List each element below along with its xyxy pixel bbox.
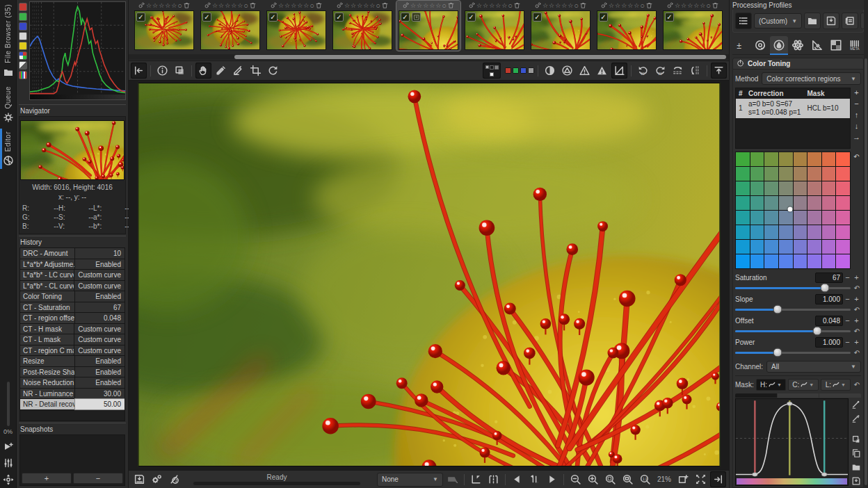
color-grid-cell[interactable] (836, 196, 850, 210)
history-row[interactable]: NR - Luminance30.00 (20, 389, 124, 400)
color-grid-cell[interactable] (794, 225, 807, 239)
thumbnail-image[interactable]: ✓ (399, 10, 458, 50)
profile-gear-icon[interactable] (138, 1, 145, 10)
navigation-sync-icon[interactable] (1, 473, 15, 487)
rating-star-icon[interactable]: ☆ (146, 2, 152, 10)
filmstrip-scrollbar-thumb[interactable] (234, 55, 726, 59)
edit-point-mode-icon[interactable] (851, 400, 861, 409)
slope-slider-knob[interactable] (773, 305, 782, 314)
color-correction-grid[interactable] (735, 152, 851, 269)
power-reset-icon[interactable]: ↶ (853, 349, 861, 357)
send-to-editor-button[interactable] (166, 471, 182, 487)
processing-profile-quick-select[interactable]: None▼ (377, 473, 443, 487)
filmstrip-thumbnail[interactable]: ☆☆☆☆☆○✓ (330, 1, 394, 51)
rotate-right-90-button[interactable]: 90° (652, 63, 668, 79)
filmstrip-thumbnail[interactable]: ☆☆☆☆☆○✓ (132, 1, 196, 51)
rating-star-icon[interactable]: ☆ (568, 2, 573, 10)
color-grid-cell[interactable] (736, 254, 750, 268)
curve-paste-icon[interactable] (851, 434, 861, 444)
rating-star-icon[interactable]: ☆ (165, 2, 170, 10)
sharpening-preview-button[interactable] (611, 63, 627, 79)
color-grid-cell[interactable] (794, 254, 807, 268)
chromaticity-toggle[interactable] (19, 42, 27, 50)
color-grid-cell[interactable] (779, 152, 793, 166)
rating-star-icon[interactable]: ☆ (212, 2, 218, 10)
shadow-clipping-button[interactable] (577, 63, 593, 79)
batch-adjust-icon[interactable] (1, 456, 15, 470)
channel-dropdown[interactable]: All▼ (766, 361, 861, 373)
color-grid-cell[interactable] (736, 240, 750, 254)
color-grid-cell[interactable] (807, 254, 821, 268)
saturation-slider[interactable] (735, 287, 851, 289)
rating-star-icon[interactable]: ☆ (609, 2, 614, 10)
color-grid-cell[interactable] (794, 196, 807, 210)
rating-star-icon[interactable]: ☆ (700, 2, 705, 10)
rating-star-icon[interactable]: ☆ (278, 2, 284, 10)
metadata-tab[interactable]: META (846, 36, 864, 54)
curve-copy-icon[interactable] (851, 448, 861, 458)
color-grid-cell[interactable] (764, 225, 778, 239)
thumbnail-image[interactable]: ✓ (663, 10, 723, 50)
rating-star-icon[interactable]: ☆ (693, 2, 699, 10)
method-dropdown[interactable]: Color correction regions▼ (762, 72, 861, 85)
profile-gear-icon[interactable] (534, 1, 542, 10)
transform-tab[interactable] (808, 36, 826, 54)
power-value[interactable]: 1.000 (815, 337, 843, 348)
color-grid-cell[interactable] (807, 225, 821, 239)
rating-star-icon[interactable]: ☆ (542, 2, 548, 10)
color-grid-cell[interactable] (764, 254, 778, 268)
color-grid-cell[interactable] (764, 240, 778, 254)
red-preview-chip[interactable] (505, 67, 511, 74)
move-region-up-button[interactable]: ↑ (852, 110, 861, 119)
thumbnail-image[interactable]: ✓ (134, 10, 194, 50)
profile-select-dropdown[interactable]: (Custom)▼ (754, 13, 802, 29)
hide-top-panel-button[interactable] (711, 63, 727, 79)
color-grid-cell[interactable] (807, 240, 821, 254)
rating-star-icon[interactable]: ☆ (297, 2, 303, 10)
previous-image-button[interactable] (509, 471, 525, 487)
thumbnail-image[interactable]: ✓ (200, 10, 260, 50)
profile-gear-icon[interactable] (336, 1, 344, 10)
thumbnail-image[interactable]: ✓ (531, 10, 590, 50)
history-row[interactable]: ResizeEnabled (20, 356, 124, 367)
green-preview-chip[interactable] (513, 67, 519, 74)
crop-tool-button[interactable] (248, 63, 264, 79)
color-grid-cell[interactable] (822, 254, 836, 268)
color-grid-cell[interactable] (750, 254, 764, 268)
rating-star-icon[interactable]: ☆ (634, 2, 639, 10)
saturation-value[interactable]: 67 (815, 273, 843, 283)
color-grid-cell[interactable] (794, 167, 807, 181)
color-tab[interactable] (770, 36, 788, 54)
trash-icon[interactable] (712, 1, 719, 10)
rating-star-icon[interactable]: ☆ (675, 2, 680, 10)
color-grid-cell[interactable] (794, 181, 807, 195)
color-grid-cell[interactable] (822, 211, 836, 225)
rating-star-icon[interactable]: ☆ (231, 2, 236, 10)
history-row[interactable]: CT - region offset0.048 (20, 313, 124, 324)
paste-profile-button[interactable] (842, 13, 858, 29)
histogram-plot[interactable] (29, 1, 126, 100)
hide-right-panel-button[interactable] (710, 471, 726, 487)
color-label-icon[interactable]: ○ (243, 2, 248, 10)
color-grid-cell[interactable] (807, 152, 821, 166)
color-grid-cell[interactable] (750, 167, 764, 181)
trash-icon[interactable] (381, 1, 389, 10)
color-grid-cell[interactable] (794, 240, 807, 254)
rating-star-icon[interactable]: ☆ (435, 2, 441, 10)
rating-star-icon[interactable]: ☆ (561, 2, 567, 10)
image-canvas[interactable] (129, 81, 729, 470)
save-profile-button[interactable] (823, 13, 839, 29)
saturation-increment-button[interactable]: + (852, 273, 861, 282)
history-row[interactable]: Post-Resize Sharp...Enabled (20, 367, 124, 378)
color-grid-cell[interactable] (764, 152, 778, 166)
color-label-icon[interactable]: ○ (310, 2, 314, 10)
history-row[interactable]: DRC - Amount10 (20, 248, 124, 259)
grid-reset-icon[interactable]: ↶ (852, 152, 861, 269)
profile-fill-mode-button[interactable] (735, 13, 752, 29)
remove-region-button[interactable]: − (852, 99, 861, 108)
color-grid-cell[interactable] (736, 196, 750, 210)
profile-gear-icon[interactable] (204, 1, 211, 10)
offset-decrement-button[interactable]: − (843, 316, 852, 325)
color-grid-cell[interactable] (764, 167, 778, 181)
rating-star-icon[interactable]: ☆ (476, 2, 482, 10)
